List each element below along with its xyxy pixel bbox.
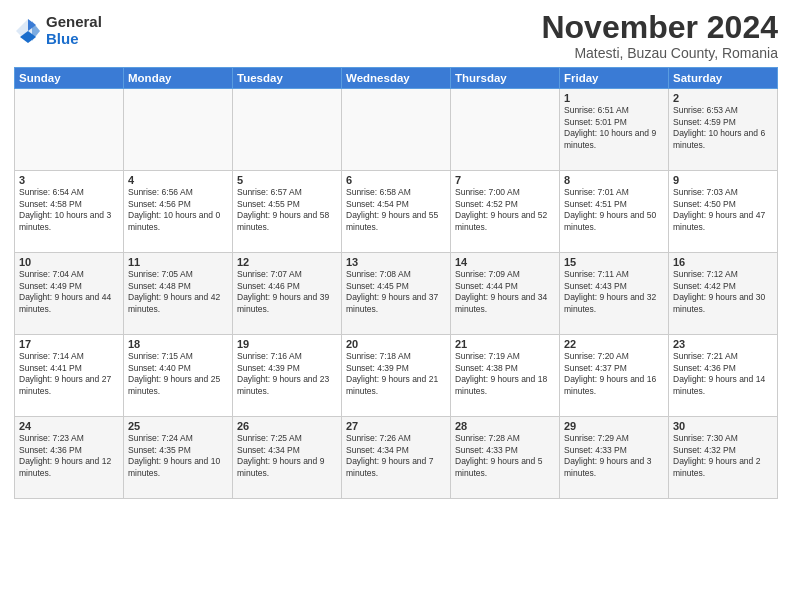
- day-number: 17: [19, 338, 119, 350]
- day-number: 12: [237, 256, 337, 268]
- calendar-cell: 27Sunrise: 7:26 AM Sunset: 4:34 PM Dayli…: [342, 417, 451, 499]
- day-info: Sunrise: 6:53 AM Sunset: 4:59 PM Dayligh…: [673, 105, 773, 151]
- day-info: Sunrise: 7:12 AM Sunset: 4:42 PM Dayligh…: [673, 269, 773, 315]
- calendar-table: SundayMondayTuesdayWednesdayThursdayFrid…: [14, 67, 778, 499]
- day-number: 5: [237, 174, 337, 186]
- logo: General Blue: [14, 14, 102, 47]
- weekday-header-thursday: Thursday: [451, 68, 560, 89]
- calendar-cell: 25Sunrise: 7:24 AM Sunset: 4:35 PM Dayli…: [124, 417, 233, 499]
- calendar-cell: 21Sunrise: 7:19 AM Sunset: 4:38 PM Dayli…: [451, 335, 560, 417]
- day-number: 27: [346, 420, 446, 432]
- day-info: Sunrise: 6:54 AM Sunset: 4:58 PM Dayligh…: [19, 187, 119, 233]
- calendar-cell: [451, 89, 560, 171]
- day-info: Sunrise: 7:00 AM Sunset: 4:52 PM Dayligh…: [455, 187, 555, 233]
- day-info: Sunrise: 7:25 AM Sunset: 4:34 PM Dayligh…: [237, 433, 337, 479]
- day-number: 8: [564, 174, 664, 186]
- day-number: 15: [564, 256, 664, 268]
- logo-text: General Blue: [46, 14, 102, 47]
- calendar-week-3: 17Sunrise: 7:14 AM Sunset: 4:41 PM Dayli…: [15, 335, 778, 417]
- calendar-cell: 26Sunrise: 7:25 AM Sunset: 4:34 PM Dayli…: [233, 417, 342, 499]
- day-info: Sunrise: 7:15 AM Sunset: 4:40 PM Dayligh…: [128, 351, 228, 397]
- weekday-header-wednesday: Wednesday: [342, 68, 451, 89]
- calendar-cell: 24Sunrise: 7:23 AM Sunset: 4:36 PM Dayli…: [15, 417, 124, 499]
- calendar-cell: 12Sunrise: 7:07 AM Sunset: 4:46 PM Dayli…: [233, 253, 342, 335]
- day-number: 10: [19, 256, 119, 268]
- calendar-cell: [342, 89, 451, 171]
- day-number: 24: [19, 420, 119, 432]
- day-info: Sunrise: 7:20 AM Sunset: 4:37 PM Dayligh…: [564, 351, 664, 397]
- calendar-cell: 10Sunrise: 7:04 AM Sunset: 4:49 PM Dayli…: [15, 253, 124, 335]
- calendar-header: SundayMondayTuesdayWednesdayThursdayFrid…: [15, 68, 778, 89]
- day-number: 23: [673, 338, 773, 350]
- day-number: 28: [455, 420, 555, 432]
- day-number: 29: [564, 420, 664, 432]
- day-number: 18: [128, 338, 228, 350]
- day-number: 2: [673, 92, 773, 104]
- calendar-week-0: 1Sunrise: 6:51 AM Sunset: 5:01 PM Daylig…: [15, 89, 778, 171]
- calendar-cell: [124, 89, 233, 171]
- day-info: Sunrise: 6:56 AM Sunset: 4:56 PM Dayligh…: [128, 187, 228, 233]
- day-number: 19: [237, 338, 337, 350]
- day-info: Sunrise: 7:24 AM Sunset: 4:35 PM Dayligh…: [128, 433, 228, 479]
- day-number: 22: [564, 338, 664, 350]
- day-number: 20: [346, 338, 446, 350]
- day-info: Sunrise: 7:21 AM Sunset: 4:36 PM Dayligh…: [673, 351, 773, 397]
- calendar-cell: 15Sunrise: 7:11 AM Sunset: 4:43 PM Dayli…: [560, 253, 669, 335]
- calendar-cell: 23Sunrise: 7:21 AM Sunset: 4:36 PM Dayli…: [669, 335, 778, 417]
- calendar-cell: 28Sunrise: 7:28 AM Sunset: 4:33 PM Dayli…: [451, 417, 560, 499]
- logo-general: General: [46, 14, 102, 31]
- calendar-week-4: 24Sunrise: 7:23 AM Sunset: 4:36 PM Dayli…: [15, 417, 778, 499]
- day-info: Sunrise: 7:09 AM Sunset: 4:44 PM Dayligh…: [455, 269, 555, 315]
- calendar-cell: 30Sunrise: 7:30 AM Sunset: 4:32 PM Dayli…: [669, 417, 778, 499]
- day-info: Sunrise: 7:03 AM Sunset: 4:50 PM Dayligh…: [673, 187, 773, 233]
- page: General Blue November 2024 Matesti, Buza…: [0, 0, 792, 612]
- header: General Blue November 2024 Matesti, Buza…: [14, 10, 778, 61]
- day-info: Sunrise: 7:19 AM Sunset: 4:38 PM Dayligh…: [455, 351, 555, 397]
- month-title: November 2024: [541, 10, 778, 45]
- day-info: Sunrise: 7:01 AM Sunset: 4:51 PM Dayligh…: [564, 187, 664, 233]
- weekday-header-friday: Friday: [560, 68, 669, 89]
- day-info: Sunrise: 7:11 AM Sunset: 4:43 PM Dayligh…: [564, 269, 664, 315]
- day-info: Sunrise: 7:07 AM Sunset: 4:46 PM Dayligh…: [237, 269, 337, 315]
- day-number: 9: [673, 174, 773, 186]
- calendar-week-2: 10Sunrise: 7:04 AM Sunset: 4:49 PM Dayli…: [15, 253, 778, 335]
- day-number: 21: [455, 338, 555, 350]
- header-row: SundayMondayTuesdayWednesdayThursdayFrid…: [15, 68, 778, 89]
- weekday-header-tuesday: Tuesday: [233, 68, 342, 89]
- day-info: Sunrise: 7:26 AM Sunset: 4:34 PM Dayligh…: [346, 433, 446, 479]
- day-number: 30: [673, 420, 773, 432]
- calendar-cell: 18Sunrise: 7:15 AM Sunset: 4:40 PM Dayli…: [124, 335, 233, 417]
- title-area: November 2024 Matesti, Buzau County, Rom…: [541, 10, 778, 61]
- day-number: 1: [564, 92, 664, 104]
- day-number: 13: [346, 256, 446, 268]
- day-number: 4: [128, 174, 228, 186]
- weekday-header-saturday: Saturday: [669, 68, 778, 89]
- calendar-body: 1Sunrise: 6:51 AM Sunset: 5:01 PM Daylig…: [15, 89, 778, 499]
- day-number: 7: [455, 174, 555, 186]
- calendar-cell: 16Sunrise: 7:12 AM Sunset: 4:42 PM Dayli…: [669, 253, 778, 335]
- calendar-cell: 11Sunrise: 7:05 AM Sunset: 4:48 PM Dayli…: [124, 253, 233, 335]
- calendar-cell: 17Sunrise: 7:14 AM Sunset: 4:41 PM Dayli…: [15, 335, 124, 417]
- subtitle: Matesti, Buzau County, Romania: [541, 45, 778, 61]
- day-number: 14: [455, 256, 555, 268]
- logo-blue: Blue: [46, 31, 102, 48]
- weekday-header-sunday: Sunday: [15, 68, 124, 89]
- calendar-cell: 6Sunrise: 6:58 AM Sunset: 4:54 PM Daylig…: [342, 171, 451, 253]
- calendar-cell: 3Sunrise: 6:54 AM Sunset: 4:58 PM Daylig…: [15, 171, 124, 253]
- calendar-cell: 4Sunrise: 6:56 AM Sunset: 4:56 PM Daylig…: [124, 171, 233, 253]
- calendar-cell: 22Sunrise: 7:20 AM Sunset: 4:37 PM Dayli…: [560, 335, 669, 417]
- calendar-cell: 1Sunrise: 6:51 AM Sunset: 5:01 PM Daylig…: [560, 89, 669, 171]
- calendar-cell: 29Sunrise: 7:29 AM Sunset: 4:33 PM Dayli…: [560, 417, 669, 499]
- calendar-cell: 13Sunrise: 7:08 AM Sunset: 4:45 PM Dayli…: [342, 253, 451, 335]
- calendar-cell: 2Sunrise: 6:53 AM Sunset: 4:59 PM Daylig…: [669, 89, 778, 171]
- day-info: Sunrise: 7:04 AM Sunset: 4:49 PM Dayligh…: [19, 269, 119, 315]
- day-info: Sunrise: 6:57 AM Sunset: 4:55 PM Dayligh…: [237, 187, 337, 233]
- day-info: Sunrise: 7:08 AM Sunset: 4:45 PM Dayligh…: [346, 269, 446, 315]
- day-number: 3: [19, 174, 119, 186]
- day-info: Sunrise: 7:05 AM Sunset: 4:48 PM Dayligh…: [128, 269, 228, 315]
- day-info: Sunrise: 7:29 AM Sunset: 4:33 PM Dayligh…: [564, 433, 664, 479]
- calendar-cell: 9Sunrise: 7:03 AM Sunset: 4:50 PM Daylig…: [669, 171, 778, 253]
- day-number: 6: [346, 174, 446, 186]
- weekday-header-monday: Monday: [124, 68, 233, 89]
- day-number: 11: [128, 256, 228, 268]
